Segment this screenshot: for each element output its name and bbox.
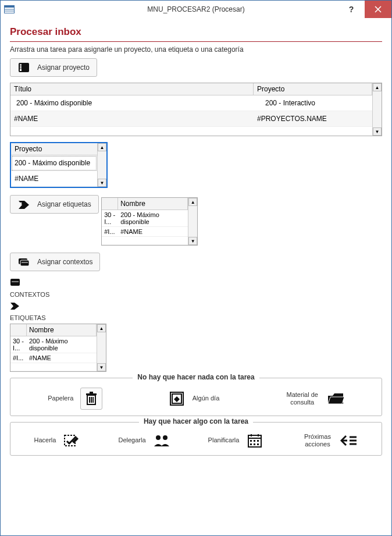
cards-icon bbox=[17, 257, 30, 267]
svg-rect-35 bbox=[250, 440, 252, 442]
someday-action[interactable]: Algún día bbox=[168, 390, 219, 407]
labels-grid-2[interactable]: Nombre 30 - I... 200 - Máximo disponible… bbox=[10, 324, 106, 372]
tag-icon bbox=[17, 199, 30, 210]
table-row[interactable]: 30 - I... 200 - Máximo disponible bbox=[102, 210, 188, 227]
projects-scrollbar[interactable]: ▲ ▼ bbox=[97, 143, 106, 187]
window-titlebar: MNU_PROCESAR2 (Procesar) ? bbox=[1, 1, 391, 18]
tasks-grid[interactable]: Título Proyecto 200 - Máximo disponible … bbox=[10, 83, 382, 136]
table-row[interactable]: #I... #NAME bbox=[102, 227, 188, 237]
col-project-header[interactable]: Proyecto bbox=[254, 83, 372, 95]
context-card-icon bbox=[10, 278, 20, 286]
label-row-c2: 200 - Máximo disponible bbox=[118, 210, 188, 226]
col-title-header[interactable]: Título bbox=[10, 83, 254, 95]
do-it-label: Hacerla bbox=[34, 436, 56, 444]
task-project-cell: #PROYECTOS.NAME bbox=[254, 111, 372, 126]
svg-rect-40 bbox=[257, 443, 259, 445]
svg-rect-36 bbox=[254, 440, 255, 442]
app-icon bbox=[4, 5, 15, 13]
label-row-c2: 200 - Máximo disponible bbox=[27, 336, 97, 353]
archive-icon bbox=[169, 391, 184, 406]
svg-rect-25 bbox=[90, 392, 93, 393]
delegate-label: Delegarla bbox=[118, 436, 145, 444]
scroll-up-button[interactable]: ▲ bbox=[188, 198, 197, 206]
table-row[interactable]: 30 - I... 200 - Máximo disponible bbox=[10, 336, 97, 353]
scroll-down-button[interactable]: ▼ bbox=[97, 363, 106, 371]
reference-label: Material de consulta bbox=[285, 391, 320, 406]
next-actions-icon bbox=[340, 435, 358, 446]
svg-rect-37 bbox=[257, 440, 259, 442]
svg-rect-17 bbox=[10, 279, 20, 286]
close-icon bbox=[375, 6, 382, 13]
svg-rect-39 bbox=[254, 443, 255, 445]
svg-point-29 bbox=[156, 435, 161, 440]
scroll-down-button[interactable]: ▼ bbox=[373, 127, 382, 136]
svg-rect-38 bbox=[250, 443, 252, 445]
assign-contexts-label: Asignar contextos bbox=[37, 258, 92, 266]
delegate-icon bbox=[153, 434, 170, 448]
assign-labels-label: Asignar etiquetas bbox=[37, 200, 91, 208]
svg-point-13 bbox=[20, 203, 22, 204]
assign-project-button[interactable]: Asignar proyecto bbox=[10, 58, 97, 77]
next-actions-label: Próximas acciones bbox=[301, 433, 333, 448]
folder-icon bbox=[327, 392, 344, 405]
scroll-down-button[interactable]: ▼ bbox=[188, 237, 197, 245]
svg-marker-19 bbox=[10, 303, 19, 310]
help-button[interactable]: ? bbox=[338, 1, 365, 18]
label-tag-icon bbox=[10, 301, 20, 310]
scroll-up-button[interactable]: ▲ bbox=[98, 143, 106, 151]
table-row[interactable]: #NAME #PROYECTOS.NAME bbox=[10, 111, 372, 127]
projects-list[interactable]: Proyecto 200 - Máximo disponible #NAME ▲… bbox=[10, 142, 108, 188]
do-it-icon bbox=[63, 433, 80, 448]
task-title-cell: #NAME bbox=[10, 111, 254, 126]
schedule-action[interactable]: Planificarla bbox=[208, 432, 264, 449]
label-row-c1: #I... bbox=[102, 227, 118, 236]
table-row-empty[interactable] bbox=[102, 237, 188, 245]
assign-project-label: Asignar proyecto bbox=[37, 63, 90, 72]
scroll-down-button[interactable]: ▼ bbox=[98, 179, 106, 187]
do-it-action[interactable]: Hacerla bbox=[34, 432, 81, 449]
list-item[interactable]: #NAME bbox=[11, 171, 97, 187]
table-row[interactable]: #I... #NAME bbox=[10, 353, 97, 363]
something-to-do-group: Hay que hacer algo con la tarea Hacerla … bbox=[10, 422, 382, 456]
contexts-section-label: CONTEXTOS bbox=[10, 291, 382, 298]
someday-label: Algún día bbox=[193, 395, 219, 402]
svg-rect-15 bbox=[20, 260, 29, 266]
svg-rect-24 bbox=[86, 393, 97, 395]
label-row-c1: 30 - I... bbox=[10, 336, 27, 353]
labels-col-blank[interactable] bbox=[102, 198, 118, 210]
svg-rect-2 bbox=[5, 6, 14, 8]
labels2-col-blank[interactable] bbox=[10, 324, 27, 336]
window-title: MNU_PROCESAR2 (Procesar) bbox=[1, 5, 391, 13]
assign-contexts-button[interactable]: Asignar contextos bbox=[10, 253, 100, 271]
labels-col-name[interactable]: Nombre bbox=[118, 198, 188, 210]
next-actions-action[interactable]: Próximas acciones bbox=[301, 432, 358, 449]
calendar-icon bbox=[247, 433, 262, 448]
assign-labels-button[interactable]: Asignar etiquetas bbox=[10, 195, 99, 214]
close-button[interactable] bbox=[365, 1, 391, 18]
projects-list-header[interactable]: Proyecto bbox=[11, 143, 97, 155]
nothing-to-do-group: No hay que hacer nada con la tarea Papel… bbox=[10, 378, 382, 416]
task-title-cell: 200 - Máximo disponible bbox=[10, 95, 254, 111]
labels-section-label: ETIQUETAS bbox=[10, 314, 382, 321]
labels-grid[interactable]: Nombre 30 - I... 200 - Máximo disponible… bbox=[101, 197, 198, 246]
tasks-scrollbar[interactable]: ▲ ▼ bbox=[372, 83, 382, 136]
schedule-label: Planificarla bbox=[208, 436, 240, 444]
task-project-cell: 200 - Interactivo bbox=[254, 95, 372, 111]
trash-action[interactable]: Papelera bbox=[48, 388, 102, 410]
reference-action[interactable]: Material de consulta bbox=[285, 390, 344, 407]
label-row-c2: #NAME bbox=[118, 227, 188, 236]
scroll-up-button[interactable]: ▲ bbox=[97, 324, 106, 332]
label-row-c1: #I... bbox=[10, 353, 27, 363]
table-row-empty[interactable] bbox=[10, 363, 97, 371]
nothing-legend: No hay que hacer nada con la tarea bbox=[133, 373, 259, 381]
list-item[interactable]: 200 - Máximo disponible bbox=[11, 155, 97, 171]
labels2-col-name[interactable]: Nombre bbox=[27, 324, 97, 336]
labels-scrollbar[interactable]: ▲ ▼ bbox=[188, 198, 197, 245]
svg-marker-12 bbox=[19, 201, 29, 209]
notebook-icon bbox=[17, 62, 30, 73]
labels2-scrollbar[interactable]: ▲ ▼ bbox=[97, 324, 106, 371]
trash-label: Papelera bbox=[48, 395, 73, 402]
table-row[interactable]: 200 - Máximo disponible 200 - Interactiv… bbox=[10, 95, 372, 111]
scroll-up-button[interactable]: ▲ bbox=[373, 83, 382, 91]
delegate-action[interactable]: Delegarla bbox=[118, 432, 170, 449]
